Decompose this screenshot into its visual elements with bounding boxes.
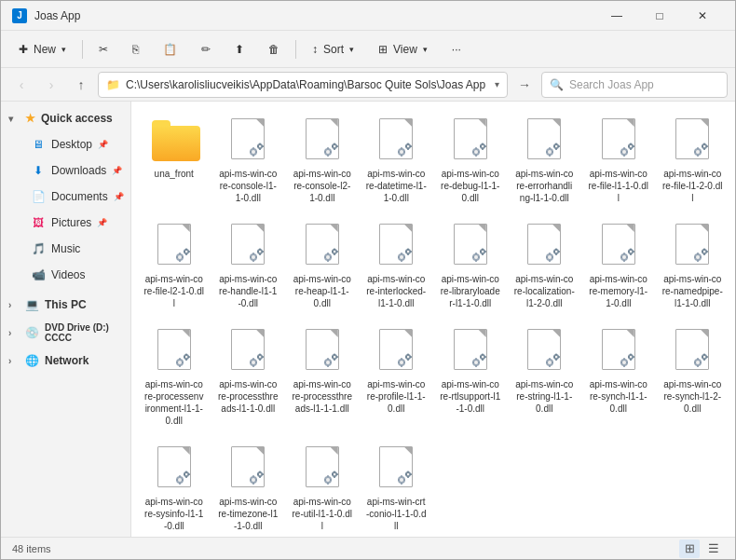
svg-rect-58 xyxy=(553,145,555,147)
svg-rect-163 xyxy=(626,256,628,258)
this-pc-label: This PC xyxy=(45,298,87,311)
rename-button[interactable]: ✏ xyxy=(191,34,221,64)
file-item[interactable]: api-ms-win-core-string-l1-1-0.dll xyxy=(510,320,580,433)
search-box[interactable]: 🔍 Search Joas App xyxy=(541,72,728,98)
svg-point-111 xyxy=(333,251,335,253)
sidebar-item-videos[interactable]: 📹 Videos xyxy=(5,262,127,288)
file-item[interactable]: api-ms-win-core-debug-l1-1-0.dll xyxy=(435,109,506,211)
svg-point-279 xyxy=(184,473,187,476)
svg-rect-67 xyxy=(626,151,628,153)
this-pc-section[interactable]: › 💻 This PC xyxy=(1,292,130,318)
file-item[interactable]: api-ms-win-core-timezone-l1-1-0.dll xyxy=(213,437,284,537)
file-item[interactable]: api-ms-win-core-profile-l1-1-0.dll xyxy=(361,320,432,433)
svg-point-229 xyxy=(474,361,478,364)
svg-rect-296 xyxy=(259,471,261,473)
view-button[interactable]: ⊞ View ▾ xyxy=(368,34,438,64)
file-item[interactable]: api-ms-win-core-sysinfo-l1-1-0.dll xyxy=(139,437,210,537)
file-item[interactable]: api-ms-win-core-namedpipe-l1-1-0.dll xyxy=(658,214,729,316)
file-item[interactable]: api-ms-win-core-libraryloader-l1-1-0.dll xyxy=(435,214,506,316)
svg-point-147 xyxy=(555,251,558,253)
forward-button[interactable]: › xyxy=(38,72,64,98)
sidebar-item-music[interactable]: 🎵 Music xyxy=(5,236,127,262)
dll-icon xyxy=(374,116,418,166)
svg-rect-186 xyxy=(176,362,178,363)
delete-icon: 🗑 xyxy=(268,43,279,56)
file-name: api-ms-win-core-interlocked-l1-1-0.dll xyxy=(366,273,428,309)
sidebar-item-documents[interactable]: 📄 Documents 📌 xyxy=(5,184,127,210)
file-item[interactable]: api-ms-win-core-errorhandling-l1-1-0.dll xyxy=(510,109,580,211)
file-item[interactable]: api-ms-win-core-synch-l1-2-0.dll xyxy=(658,320,729,433)
svg-rect-42 xyxy=(472,151,474,153)
svg-rect-268 xyxy=(697,358,699,360)
file-item[interactable]: api-ms-win-core-console-l2-1-0.dll xyxy=(287,109,358,211)
sort-icon: ↕ xyxy=(312,43,318,56)
svg-rect-197 xyxy=(252,365,254,367)
minimize-button[interactable]: — xyxy=(595,1,638,31)
svg-point-13 xyxy=(326,150,330,154)
svg-rect-136 xyxy=(475,253,477,254)
svg-rect-52 xyxy=(549,147,551,149)
file-item[interactable]: api-ms-win-core-file-l1-2-0.dll xyxy=(658,109,729,211)
file-item[interactable]: api-ms-win-crt-conio-l1-1-0.dll xyxy=(361,437,432,537)
more-button[interactable]: ··· xyxy=(442,34,471,64)
file-item[interactable]: api-ms-win-core-synch-l1-1-0.dll xyxy=(583,320,654,433)
file-name: api-ms-win-core-file-l1-2-0.dll xyxy=(662,168,724,204)
file-item[interactable]: api-ms-win-core-util-l1-1-0.dll xyxy=(287,437,358,537)
svg-rect-150 xyxy=(546,256,548,258)
svg-rect-32 xyxy=(407,143,409,145)
file-item[interactable]: api-ms-win-core-interlocked-l1-1-0.dll xyxy=(361,214,432,316)
file-item[interactable]: api-ms-win-core-rtlsupport-l1-1-0.dll xyxy=(435,320,506,433)
file-item[interactable]: api-ms-win-core-processenvironment-l1-1-… xyxy=(139,320,210,433)
cut-button[interactable]: ✂ xyxy=(89,34,118,64)
list-view-toggle[interactable]: ☰ xyxy=(703,540,724,558)
file-item[interactable]: api-ms-win-core-memory-l1-1-0.dll xyxy=(583,214,654,316)
svg-rect-56 xyxy=(555,143,557,145)
file-item[interactable]: api-ms-win-core-console-l1-1-0.dll xyxy=(213,109,284,211)
new-button[interactable]: ✚ New ▾ xyxy=(8,34,76,64)
svg-point-123 xyxy=(407,251,410,253)
file-item[interactable]: api-ms-win-core-processthreads-l1-1-0.dl… xyxy=(213,320,284,433)
svg-point-265 xyxy=(696,361,700,364)
up-button[interactable]: ↑ xyxy=(68,72,94,98)
maximize-button[interactable]: □ xyxy=(638,1,681,31)
svg-rect-317 xyxy=(401,483,402,485)
grid-view-toggle[interactable]: ⊞ xyxy=(679,540,700,558)
svg-rect-41 xyxy=(475,155,477,157)
svg-rect-112 xyxy=(327,253,329,254)
copy-button[interactable]: ⎘ xyxy=(122,34,149,64)
svg-rect-68 xyxy=(630,143,632,145)
close-button[interactable]: ✕ xyxy=(681,1,724,31)
svg-rect-140 xyxy=(482,249,484,251)
delete-button[interactable]: 🗑 xyxy=(258,34,290,64)
svg-rect-141 xyxy=(482,253,484,255)
dvd-section[interactable]: › 💿 DVD Drive (D:) CCCC xyxy=(1,320,130,346)
address-forward-button[interactable]: → xyxy=(511,72,538,98)
sidebar: ▾ ★ Quick access 🖥 Desktop 📌 ⬇ Downloads… xyxy=(1,102,131,537)
back-button[interactable]: ‹ xyxy=(8,72,34,98)
sidebar-item-pictures[interactable]: 🖼 Pictures 📌 xyxy=(5,210,127,236)
svg-rect-11 xyxy=(262,145,264,147)
file-item[interactable]: api-ms-win-core-processthreads-l1-1-1.dl… xyxy=(287,320,358,433)
file-item[interactable]: api-ms-win-core-handle-l1-1-0.dll xyxy=(213,214,284,316)
sort-button[interactable]: ↕ Sort ▾ xyxy=(302,34,364,64)
sidebar-item-desktop[interactable]: 🖥 Desktop 📌 xyxy=(5,131,127,157)
svg-rect-310 xyxy=(332,473,334,475)
file-item[interactable]: api-ms-win-core-file-l2-1-0.dll xyxy=(139,214,210,316)
dll-icon xyxy=(225,221,270,271)
file-item[interactable]: una_front xyxy=(139,109,210,211)
file-item[interactable]: api-ms-win-core-localization-l1-2-0.dll xyxy=(510,214,580,316)
svg-rect-57 xyxy=(555,148,557,150)
quick-access-section[interactable]: ▾ ★ Quick access xyxy=(1,105,130,131)
share-button[interactable]: ⬆ xyxy=(225,34,254,64)
file-item[interactable]: api-ms-win-core-file-l1-1-0.dll xyxy=(583,109,654,211)
svg-rect-215 xyxy=(336,356,338,358)
network-section[interactable]: › 🌐 Network xyxy=(1,348,130,374)
sidebar-item-downloads[interactable]: ⬇ Downloads 📌 xyxy=(5,157,127,184)
svg-rect-126 xyxy=(398,256,400,258)
paste-button[interactable]: 📋 xyxy=(153,34,187,64)
address-box[interactable]: 📁 C:\Users\karolisliucveikis\AppData\Roa… xyxy=(98,72,508,98)
file-item[interactable]: api-ms-win-core-heap-l1-1-0.dll xyxy=(287,214,358,316)
view-icon: ⊞ xyxy=(378,43,388,56)
dll-icon xyxy=(448,221,493,271)
file-item[interactable]: api-ms-win-core-datetime-l1-1-0.dll xyxy=(361,109,432,211)
